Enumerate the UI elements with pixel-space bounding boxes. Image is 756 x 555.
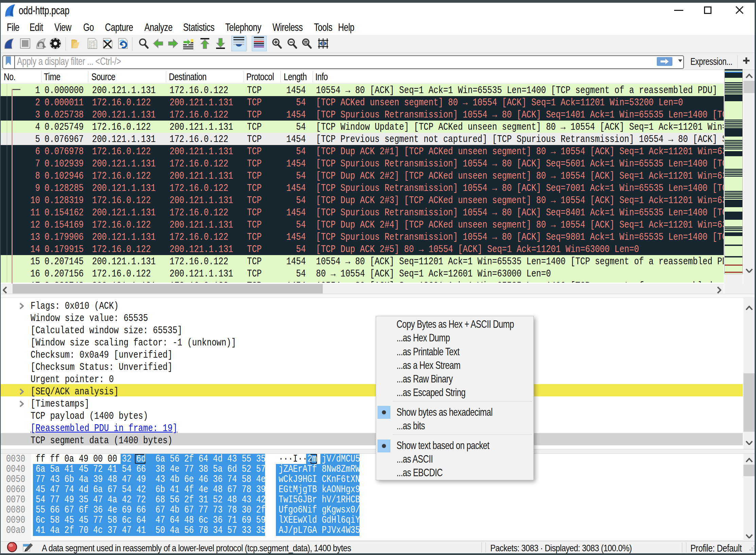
svg-text:0111: 0111 [89, 46, 95, 49]
